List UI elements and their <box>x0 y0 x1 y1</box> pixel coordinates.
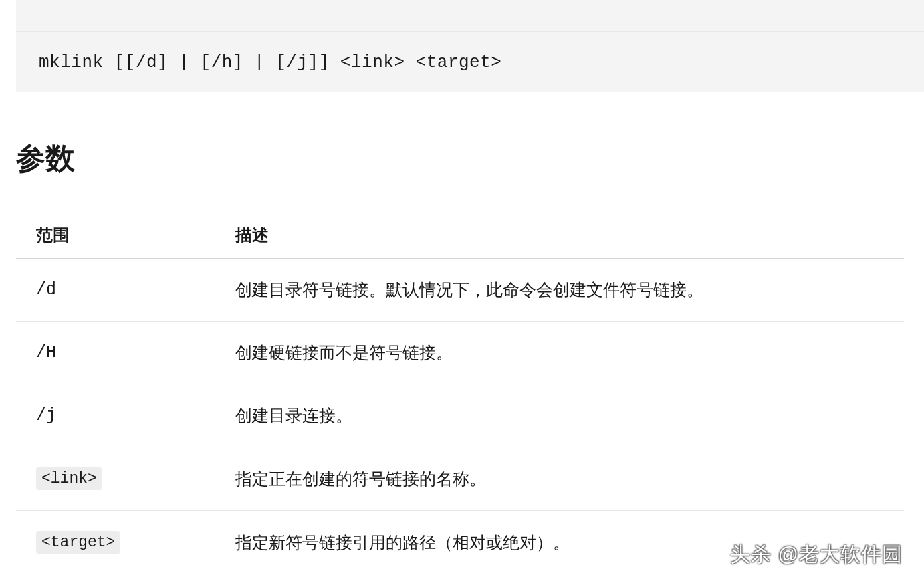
desc-cell: 创建目录连接。 <box>215 384 904 447</box>
parameters-table: 范围 描述 /d 创建目录符号链接。默认情况下，此命令会创建文件符号链接。 /H… <box>16 212 904 574</box>
desc-cell: 创建目录符号链接。默认情况下，此命令会创建文件符号链接。 <box>215 259 904 322</box>
param-cell: <link> <box>16 447 215 511</box>
top-spacer <box>16 0 924 32</box>
section-title-parameters: 参数 <box>16 139 904 179</box>
syntax-code-block: mklink [[/d] | [/h] | [/j]] <link> <targ… <box>16 32 924 92</box>
table-row: /j 创建目录连接。 <box>16 384 904 447</box>
param-cell: <target> <box>16 511 215 574</box>
table-row: <link> 指定正在创建的符号链接的名称。 <box>16 447 904 511</box>
param-code-pill: <target> <box>36 531 120 554</box>
param-code-pill: <link> <box>36 467 102 490</box>
param-cell: /j <box>16 384 215 447</box>
watermark-text: 头杀 @老大软件园 <box>730 541 903 568</box>
header-scope: 范围 <box>16 212 215 259</box>
header-description: 描述 <box>215 212 904 259</box>
table-header-row: 范围 描述 <box>16 212 904 259</box>
param-cell: /d <box>16 259 215 322</box>
desc-cell: 创建硬链接而不是符号链接。 <box>215 322 904 384</box>
param-cell: /H <box>16 322 215 384</box>
desc-cell: 指定正在创建的符号链接的名称。 <box>215 447 904 511</box>
table-row: /d 创建目录符号链接。默认情况下，此命令会创建文件符号链接。 <box>16 259 904 322</box>
content-area: 参数 范围 描述 /d 创建目录符号链接。默认情况下，此命令会创建文件符号链接。… <box>0 139 924 574</box>
table-row: /H 创建硬链接而不是符号链接。 <box>16 322 904 384</box>
